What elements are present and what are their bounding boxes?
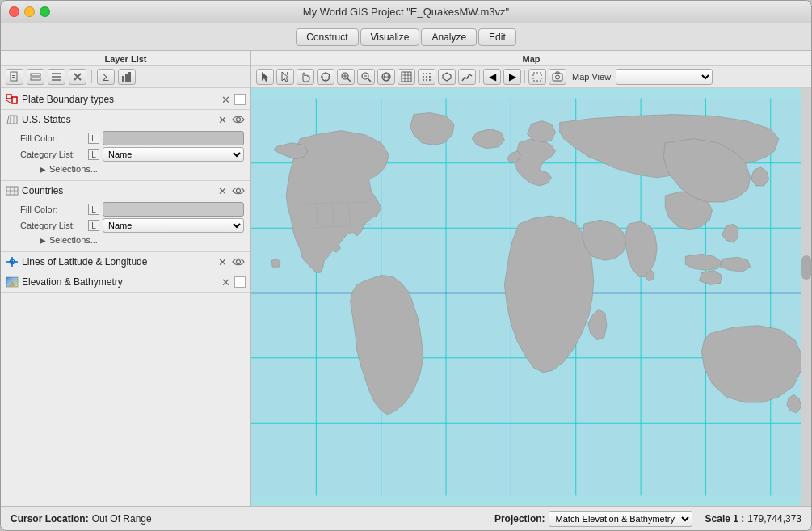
- close-button[interactable]: [9, 6, 19, 17]
- cursor-location-value: Out Of Range: [92, 513, 152, 525]
- selections-label: Selections...: [49, 164, 98, 174]
- hand-pan-tool[interactable]: [297, 69, 314, 85]
- selections-row-states[interactable]: ▶ Selections...: [20, 163, 244, 177]
- layer-plate-boundary: Plate Boundary types ✕: [1, 90, 250, 110]
- category-list-row-countries: Category List: L Name: [20, 218, 244, 233]
- layers-container: Plate Boundary types ✕: [1, 88, 250, 506]
- layer-lat-lon-close[interactable]: ✕: [217, 256, 228, 268]
- minimize-button[interactable]: [24, 6, 35, 17]
- fill-color-row-countries: Fill Color: L: [20, 202, 244, 217]
- arrow-select-tool[interactable]: [256, 69, 274, 85]
- svg-rect-1: [12, 74, 15, 74]
- layer-lat-lon-header: Lines of Latitude & Longitude ✕: [1, 252, 250, 272]
- projection-item: Projection: Match Elevation & Bathymetry: [494, 511, 692, 527]
- layer-plate-boundary-close[interactable]: ✕: [220, 94, 231, 105]
- list-view-button[interactable]: [48, 69, 65, 85]
- sigma-button[interactable]: Σ: [97, 69, 115, 85]
- category-list-select-countries[interactable]: Name: [103, 218, 244, 233]
- scale-label: Scale 1 :: [705, 513, 745, 525]
- polygon-select-tool[interactable]: [438, 69, 456, 85]
- next-nav-button[interactable]: ▶: [503, 69, 521, 85]
- svg-point-67: [556, 75, 560, 79]
- svg-rect-11: [122, 76, 124, 82]
- scale-value: 179,744,373: [747, 513, 801, 525]
- selection-rect-tool[interactable]: [528, 69, 546, 85]
- map-scrollbar[interactable]: [801, 88, 811, 506]
- layer-us-states-close[interactable]: ✕: [217, 114, 228, 125]
- prev-nav-button[interactable]: ◀: [483, 69, 501, 85]
- chart-button[interactable]: [118, 69, 136, 85]
- projection-select[interactable]: Match Elevation & Bathymetry: [549, 511, 692, 527]
- line-chart-tool[interactable]: [458, 69, 476, 85]
- layer-plate-boundary-checkbox[interactable]: [234, 94, 246, 105]
- layer-elevation-checkbox[interactable]: [234, 276, 246, 288]
- fill-color-label-countries: Fill Color:: [20, 204, 85, 214]
- status-bar: Cursor Location: Out Of Range Projection…: [1, 506, 811, 530]
- svg-point-59: [426, 76, 427, 78]
- layer-elevation: Elevation & Bathymetry ✕: [1, 272, 250, 293]
- globe-tool[interactable]: [377, 69, 395, 85]
- svg-rect-0: [11, 72, 17, 81]
- svg-line-16: [6, 100, 11, 103]
- layer-countries: Countries ✕ Fill Color: L Cat: [1, 181, 250, 252]
- fill-color-swatch-countries[interactable]: [103, 202, 244, 217]
- fill-color-swatch[interactable]: [103, 131, 244, 145]
- selections-arrow-countries: ▶: [40, 236, 46, 245]
- layer-us-states-header: U.S. States ✕: [1, 110, 250, 129]
- add-layer-button[interactable]: [6, 69, 23, 85]
- window-title: My World GIS Project "E_QuakesMW.m3vz": [303, 6, 509, 18]
- title-bar: My World GIS Project "E_QuakesMW.m3vz": [1, 1, 811, 23]
- zoom-out-tool[interactable]: [357, 69, 375, 85]
- svg-marker-68: [556, 72, 559, 74]
- camera-tool[interactable]: [549, 69, 566, 85]
- svg-rect-6: [52, 73, 61, 74]
- svg-rect-65: [533, 73, 541, 81]
- map-view-select[interactable]: [616, 69, 713, 85]
- edit-button[interactable]: Edit: [478, 28, 516, 46]
- svg-point-20: [237, 118, 241, 122]
- selections-row-countries[interactable]: ▶ Selections...: [20, 234, 244, 248]
- svg-rect-14: [6, 95, 11, 99]
- layer-plate-boundary-name: Plate Boundary types: [22, 94, 217, 105]
- construct-button[interactable]: Construct: [296, 28, 358, 46]
- layer-plate-boundary-header: Plate Boundary types ✕: [1, 90, 250, 109]
- grab-tool[interactable]: [317, 69, 334, 85]
- layer-us-states-name: U.S. States: [22, 114, 213, 125]
- category-list-icon: L: [88, 149, 99, 160]
- zoom-in-tool[interactable]: [337, 69, 355, 85]
- remove-layer-button[interactable]: [69, 69, 86, 85]
- layer-us-states: U.S. States ✕ Fill Color: L C: [1, 110, 250, 181]
- fill-color-icon: L: [88, 133, 99, 144]
- grid-tool[interactable]: [398, 69, 415, 85]
- stack-layers-button[interactable]: [27, 69, 44, 85]
- layer-countries-close[interactable]: ✕: [217, 185, 228, 196]
- layer-us-states-eye[interactable]: [231, 113, 246, 126]
- cursor-tool[interactable]: [276, 69, 294, 85]
- visualize-button[interactable]: Visualize: [360, 28, 420, 46]
- svg-point-25: [237, 189, 241, 193]
- svg-rect-7: [52, 76, 61, 78]
- category-list-select[interactable]: Name: [103, 147, 244, 162]
- selections-label-countries: Selections...: [49, 235, 98, 245]
- dot-grid-tool[interactable]: [418, 69, 435, 85]
- layer-list-panel: Layer List: [1, 51, 251, 506]
- layer-elevation-header: Elevation & Bathymetry ✕: [1, 272, 250, 292]
- svg-point-63: [429, 79, 431, 81]
- map-view-label: Map View:: [572, 72, 613, 82]
- layer-lat-lon-eye[interactable]: [231, 255, 246, 268]
- svg-point-61: [423, 79, 424, 81]
- svg-point-58: [423, 76, 424, 78]
- svg-rect-66: [553, 74, 562, 81]
- svg-rect-13: [128, 72, 131, 82]
- states-icon: [6, 113, 19, 126]
- map-scrollbar-thumb[interactable]: [801, 255, 811, 280]
- analyze-button[interactable]: Analyze: [421, 28, 477, 46]
- maximize-button[interactable]: [40, 6, 50, 17]
- layer-us-states-props: Fill Color: L Category List: L Name: [1, 129, 250, 180]
- map-canvas[interactable]: [251, 88, 811, 506]
- layer-countries-eye[interactable]: [231, 184, 246, 197]
- layer-elevation-close[interactable]: ✕: [220, 276, 231, 288]
- layer-lat-lon-name: Lines of Latitude & Longitude: [22, 256, 213, 268]
- cursor-location-item: Cursor Location: Out Of Range: [11, 513, 152, 525]
- svg-point-62: [426, 79, 427, 81]
